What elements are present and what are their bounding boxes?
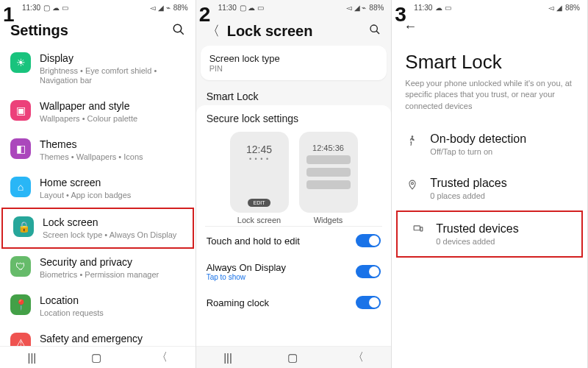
location-icon: 📍 bbox=[10, 294, 31, 315]
page-title: Smart Lock bbox=[392, 40, 587, 78]
switch-on[interactable] bbox=[356, 234, 381, 247]
svg-line-3 bbox=[376, 31, 379, 34]
panel-settings: 1 11:30▢ ☁ ▭ ◅ ◢ ⌁88% Settings ☀ Display… bbox=[0, 0, 196, 368]
widget-placeholder bbox=[306, 155, 351, 189]
svg-line-1 bbox=[180, 31, 184, 35]
statusbar: 11:30☁ ▭ ◅ ◢88% bbox=[392, 0, 587, 13]
edit-badge[interactable]: EDIT bbox=[248, 199, 271, 207]
settings-item-lockscreen[interactable]: 🔒 Lock screenScreen lock type • Always O… bbox=[1, 208, 194, 249]
wallpaper-icon: ▣ bbox=[10, 100, 31, 121]
navbar: ||| ▢ 〈 bbox=[0, 346, 196, 368]
toggle-touch-hold[interactable]: Touch and hold to edit bbox=[196, 227, 392, 255]
smart-lock-label[interactable]: Smart Lock bbox=[196, 85, 392, 105]
lockscreen-previews: 12:45 • • • • EDIT Lock screen 12:45:36 … bbox=[196, 127, 392, 226]
secure-lock-label[interactable]: Secure lock settings bbox=[196, 105, 392, 127]
shield-icon: 🛡 bbox=[10, 256, 31, 277]
status-battery: 88% bbox=[173, 4, 188, 12]
switch-on[interactable] bbox=[356, 265, 381, 278]
settings-item-themes[interactable]: ◧ ThemesThemes • Wallpapers • Icons bbox=[0, 131, 196, 169]
devices-icon bbox=[411, 224, 426, 234]
toggle-roaming[interactable]: Roaming clock bbox=[196, 289, 392, 316]
status-time: 11:30 bbox=[22, 4, 40, 12]
screen-lock-type[interactable]: Screen lock type PIN bbox=[201, 46, 387, 80]
step-number: 3 bbox=[395, 3, 406, 26]
settings-item-wallpaper[interactable]: ▣ Wallpaper and styleWallpapers • Colour… bbox=[0, 93, 196, 131]
settings-item-safety[interactable]: ⚠ Safety and emergencyMedical info • Wir… bbox=[0, 325, 196, 346]
walk-icon bbox=[405, 134, 420, 147]
emergency-icon: ⚠ bbox=[10, 333, 31, 346]
svg-rect-7 bbox=[420, 227, 423, 231]
nav-recents[interactable]: ||| bbox=[27, 351, 36, 364]
search-icon[interactable] bbox=[172, 23, 185, 39]
svg-point-5 bbox=[412, 183, 414, 185]
preview-widgets[interactable]: 12:45:36 Widgets bbox=[299, 132, 358, 224]
step-number: 1 bbox=[3, 3, 15, 26]
panel-smartlock: 3 11:30☁ ▭ ◅ ◢88% ← Smart Lock Keep your… bbox=[392, 0, 588, 368]
navbar: ||| ▢ 〈 bbox=[196, 346, 392, 368]
nav-home[interactable]: ▢ bbox=[91, 351, 101, 364]
lockscreen-header: 〈 Lock screen bbox=[196, 13, 392, 46]
pin-icon bbox=[405, 178, 420, 191]
search-icon[interactable] bbox=[369, 24, 381, 38]
preview-lockscreen[interactable]: 12:45 • • • • EDIT Lock screen bbox=[230, 132, 289, 224]
status-icons: ▢ ☁ ▭ bbox=[43, 4, 68, 12]
nav-back[interactable]: 〈 bbox=[353, 350, 364, 364]
switch-on[interactable] bbox=[356, 296, 381, 309]
lock-icon: 🔒 bbox=[13, 216, 34, 237]
status-battery: 88% bbox=[369, 4, 384, 12]
toggle-aod[interactable]: Always On DisplayTap to show bbox=[196, 255, 392, 289]
page-title: Lock screen bbox=[227, 23, 362, 40]
svg-point-0 bbox=[173, 24, 182, 32]
page-description: Keep your phone unlocked while it's on y… bbox=[392, 78, 587, 122]
settings-item-display[interactable]: ☀ DisplayBrightness • Eye comfort shield… bbox=[0, 45, 196, 93]
settings-list: ☀ DisplayBrightness • Eye comfort shield… bbox=[0, 45, 196, 346]
settings-item-homescreen[interactable]: ⌂ Home screenLayout • App icon badges bbox=[0, 169, 196, 208]
panel-lockscreen: 2 11:30▢ ☁ ▭ ◅ ◢ ⌁88% 〈 Lock screen Scre… bbox=[196, 0, 392, 368]
themes-icon: ◧ bbox=[10, 138, 31, 159]
statusbar: 11:30▢ ☁ ▭ ◅ ◢ ⌁88% bbox=[196, 0, 392, 13]
settings-header: Settings bbox=[0, 13, 196, 45]
nav-back[interactable]: 〈 bbox=[157, 350, 168, 364]
svg-point-4 bbox=[412, 136, 414, 138]
status-battery: 88% bbox=[565, 4, 580, 12]
home-icon: ⌂ bbox=[10, 177, 31, 197]
svg-point-2 bbox=[370, 25, 377, 32]
settings-item-security[interactable]: 🛡 Security and privacyBiometrics • Permi… bbox=[0, 249, 196, 287]
nav-recents[interactable]: ||| bbox=[223, 351, 232, 364]
display-icon: ☀ bbox=[10, 52, 31, 73]
settings-item-location[interactable]: 📍 LocationLocation requests bbox=[0, 287, 196, 325]
nav-home[interactable]: ▢ bbox=[287, 351, 298, 364]
status-time: 11:30 bbox=[414, 4, 432, 12]
smartlock-trusted-places[interactable]: Trusted places0 places added bbox=[392, 166, 587, 210]
statusbar: 11:30▢ ☁ ▭ ◅ ◢ ⌁88% bbox=[0, 0, 196, 13]
svg-rect-6 bbox=[415, 226, 420, 230]
smartlock-trusted-devices[interactable]: Trusted devices0 devices added bbox=[396, 210, 583, 258]
status-signal: ◅ ◢ ⌁ bbox=[150, 4, 171, 12]
step-number: 2 bbox=[199, 3, 211, 26]
status-time: 11:30 bbox=[218, 4, 237, 12]
smartlock-onbody[interactable]: On-body detectionOff/Tap to turn on bbox=[392, 122, 587, 166]
page-title: Settings bbox=[10, 22, 165, 39]
